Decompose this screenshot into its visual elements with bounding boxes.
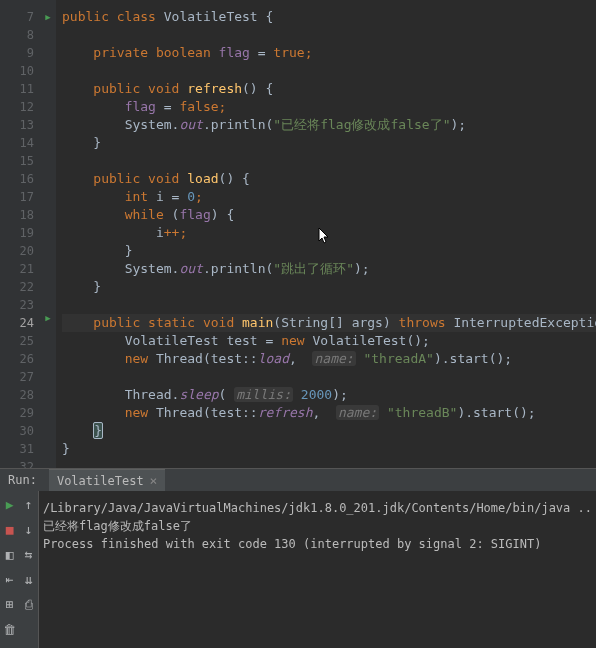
line-number: 25 xyxy=(0,332,40,350)
exit-icon[interactable]: ⇤ xyxy=(6,572,14,587)
console-output[interactable]: /Library/Java/JavaVirtualMachines/jdk1.8… xyxy=(39,491,596,648)
trash-icon[interactable]: 🗑 xyxy=(3,622,16,637)
wrap-icon[interactable]: ⇆ xyxy=(25,547,33,562)
run-gutter-icon[interactable]: ▶ xyxy=(45,12,50,22)
line-number: 31 xyxy=(0,440,40,458)
run-tab-title: VolatileTest xyxy=(57,474,144,488)
line-number: 15 xyxy=(0,152,40,170)
marker-strip: ▶ ▶ xyxy=(40,0,56,468)
line-number: 32 xyxy=(0,458,40,468)
code-area[interactable]: public class VolatileTest { private bool… xyxy=(56,0,596,468)
line-number: 14 xyxy=(0,134,40,152)
line-number: 28 xyxy=(0,386,40,404)
down-arrow-icon[interactable]: ↓ xyxy=(25,522,33,537)
run-header: Run: VolatileTest × xyxy=(0,469,596,491)
scroll-icon[interactable]: ⇊ xyxy=(25,572,33,587)
run-toolbar-right: ↑ ↓ ⇆ ⇊ ⎙ xyxy=(19,491,39,648)
console-line: /Library/Java/JavaVirtualMachines/jdk1.8… xyxy=(43,499,592,517)
line-number: 22 xyxy=(0,278,40,296)
line-number: 30 xyxy=(0,422,40,440)
print-icon[interactable]: ⎙ xyxy=(25,597,33,612)
line-number: 7 xyxy=(0,8,40,26)
run-panel: Run: VolatileTest × ▶ ■ ◧ ⇤ ⊞ 🗑 ↑ ↓ ⇆ ⇊ … xyxy=(0,468,596,648)
line-number: 8 xyxy=(0,26,40,44)
line-number: 21 xyxy=(0,260,40,278)
run-tab[interactable]: VolatileTest × xyxy=(49,469,166,491)
line-gutter: 7 8 9 10 11 12 13 14 15 16 17 18 19 20 2… xyxy=(0,0,40,468)
line-number: 17 xyxy=(0,188,40,206)
close-icon[interactable]: × xyxy=(150,473,158,488)
console-line: 已经将flag修改成false了 xyxy=(43,517,592,535)
stop-icon[interactable]: ■ xyxy=(6,522,14,537)
camera-icon[interactable]: ◧ xyxy=(6,547,14,562)
up-arrow-icon[interactable]: ↑ xyxy=(25,497,33,512)
line-number: 11 xyxy=(0,80,40,98)
code-editor[interactable]: 7 8 9 10 11 12 13 14 15 16 17 18 19 20 2… xyxy=(0,0,596,468)
console-line: Process finished with exit code 130 (int… xyxy=(43,535,592,553)
line-number: 19 xyxy=(0,224,40,242)
line-number: 29 xyxy=(0,404,40,422)
line-number: 23 xyxy=(0,296,40,314)
layout-icon[interactable]: ⊞ xyxy=(6,597,14,612)
line-number: 13 xyxy=(0,116,40,134)
line-number: 24 xyxy=(0,314,40,332)
line-number: 12 xyxy=(0,98,40,116)
rerun-icon[interactable]: ▶ xyxy=(6,497,14,512)
line-number: 10 xyxy=(0,62,40,80)
line-number: 27 xyxy=(0,368,40,386)
line-number: 9 xyxy=(0,44,40,62)
line-number: 26 xyxy=(0,350,40,368)
line-number: 18 xyxy=(0,206,40,224)
line-number: 20 xyxy=(0,242,40,260)
run-gutter-icon[interactable]: ▶ xyxy=(45,313,50,323)
run-toolbar-left: ▶ ■ ◧ ⇤ ⊞ 🗑 xyxy=(0,491,19,648)
line-number: 16 xyxy=(0,170,40,188)
run-label: Run: xyxy=(8,473,37,487)
